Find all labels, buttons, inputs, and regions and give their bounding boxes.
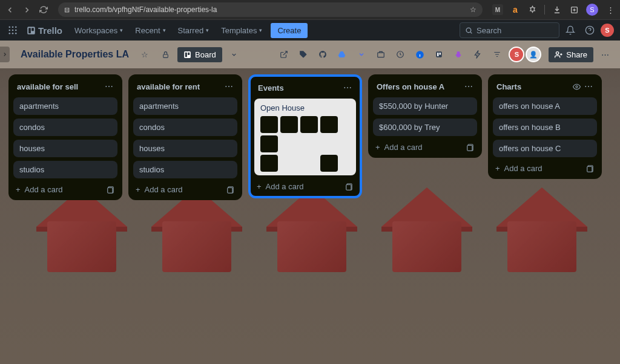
member-avatar-photo[interactable]: 👤 [526,47,541,62]
card[interactable]: studios [133,161,237,178]
card-template-icon[interactable] [586,164,595,173]
card-template-icon[interactable] [345,183,354,191]
card[interactable]: apartments [13,97,117,115]
list-header: available for sell⋯ [13,79,117,94]
add-card-button[interactable]: +Add a card [375,143,422,152]
drive-icon[interactable] [334,47,350,62]
nav-starred[interactable]: Starred▾ [173,24,214,37]
extensions-icon[interactable] [527,5,537,15]
board-view-button[interactable]: Board [177,47,222,62]
card[interactable]: $600,000 by Trey [373,119,477,136]
svg-rect-17 [185,52,187,57]
board-menu-icon[interactable]: ⋯ [597,47,613,62]
svg-point-3 [15,26,17,28]
card-label: offers on house C [499,144,591,153]
url-bar[interactable]: ⊟ trello.com/b/vpfhgNtF/available-proper… [58,2,483,17]
share-button[interactable]: Share [549,47,593,62]
member-avatar-s[interactable]: S [509,47,524,62]
notifications-icon[interactable] [562,22,579,39]
card[interactable]: apartments [133,97,237,115]
card-label: offers on house A [499,102,591,111]
list-header: Events⋯ [254,80,356,95]
list-menu-icon[interactable]: ⋯ [223,80,235,93]
add-card-button[interactable]: +Add a card [495,164,542,173]
list-header: Offers on house A⋯ [373,79,477,94]
profile-icon[interactable]: S [586,4,598,16]
ext-a-icon[interactable]: a [510,5,520,15]
card-label: studios [139,165,231,174]
card[interactable]: houses [13,140,117,157]
list: Events⋯Open House+Add a card [248,74,362,198]
nav-recent[interactable]: Recent▾ [130,24,170,37]
card[interactable]: offers on house B [493,119,597,136]
user-avatar[interactable]: S [601,24,614,37]
list-menu-icon[interactable]: ⋯ [463,80,475,93]
menu-icon[interactable]: ⋮ [605,5,615,15]
visibility-icon[interactable] [157,46,174,63]
list-header: Charts⋯ [493,79,597,94]
card[interactable]: houses [133,140,237,157]
help-icon[interactable] [581,22,598,39]
board-title[interactable]: Available Properties LA [17,47,133,62]
list-menu-icon[interactable]: ⋯ [342,82,354,94]
card[interactable]: condos [133,119,237,136]
card-label: apartments [19,102,111,111]
expand-sidebar-button[interactable] [0,47,10,62]
add-card-button[interactable]: +Add a card [257,182,303,191]
info-icon[interactable] [412,47,427,62]
apps-switcher-icon[interactable] [6,24,19,37]
list-title[interactable]: Offers on house A [377,82,444,91]
star-board-icon[interactable]: ☆ [136,46,153,63]
tag-icon[interactable] [295,47,311,62]
powerup-v-icon[interactable] [354,47,369,62]
card[interactable]: $550,000 by Hunter [373,97,477,115]
trello-logo[interactable]: Trello [22,23,67,38]
card[interactable]: condos [13,119,117,136]
list-title[interactable]: Charts [496,82,521,91]
card[interactable]: offers on house C [493,140,597,157]
filter-icon[interactable] [489,47,505,62]
list-title[interactable]: available for sell [17,82,78,91]
card-template-icon[interactable] [226,186,235,194]
view-dropdown-button[interactable] [226,46,243,63]
nav-templates[interactable]: Templates▾ [216,24,267,37]
list-menu-icon[interactable]: ⋯ [583,80,595,93]
card-template-icon[interactable] [466,143,475,152]
card[interactable]: Open House [254,99,356,175]
add-card-button[interactable]: +Add a card [16,185,62,194]
star-icon[interactable]: ☆ [470,5,477,14]
back-button[interactable] [5,5,15,15]
list-title[interactable]: available for rent [137,82,200,91]
automation-icon[interactable] [470,47,486,62]
open-external-icon[interactable] [276,47,292,62]
new-tab-icon[interactable] [569,5,579,15]
chevron-down-icon: ▾ [163,27,166,33]
powerup-icon[interactable] [431,47,447,62]
add-card-button[interactable]: +Add a card [136,185,182,194]
plus-icon: + [136,185,140,194]
butler-icon[interactable] [450,47,466,62]
forward-button[interactable] [22,5,31,15]
svg-rect-11 [28,28,31,33]
svg-rect-26 [108,187,113,193]
card[interactable]: studios [13,161,117,178]
ext-m-icon[interactable]: M [492,4,503,15]
card-label: condos [139,123,231,132]
nav-workspaces[interactable]: Workspaces▾ [70,24,128,37]
svg-point-33 [576,85,578,87]
card[interactable]: offers on house A [493,97,597,115]
github-icon[interactable] [315,47,331,62]
add-card-row: +Add a card [373,140,477,153]
card-template-icon[interactable] [107,186,115,194]
create-button[interactable]: Create [271,23,308,38]
list-menu-icon[interactable]: ⋯ [104,80,115,93]
site-info-icon[interactable]: ⊟ [64,6,70,14]
download-icon[interactable] [552,5,562,15]
search-input[interactable]: Search [460,22,559,38]
add-card-label: Add a card [25,185,63,194]
url-text: trello.com/b/vpfhgNtF/available-properti… [74,5,465,14]
refresh-button[interactable] [39,5,48,15]
clock-icon[interactable] [392,47,408,62]
list-title[interactable]: Events [258,83,284,93]
box-icon[interactable] [373,47,389,62]
